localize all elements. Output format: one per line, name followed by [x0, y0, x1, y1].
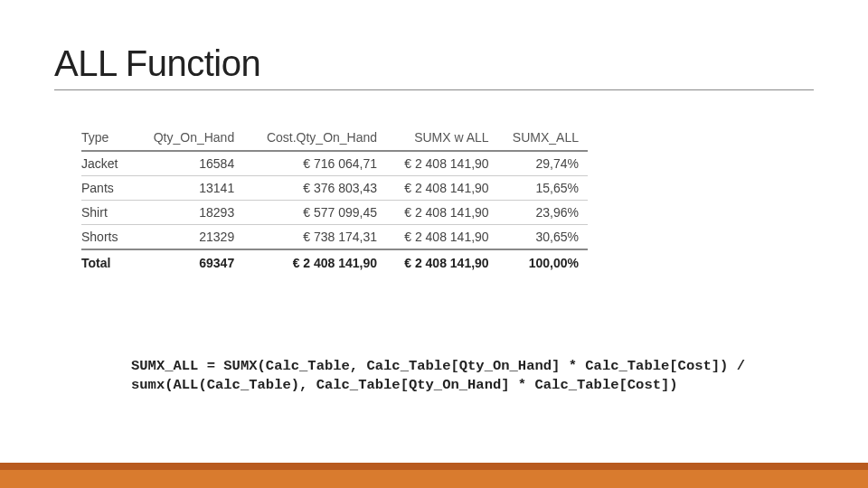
- col-cost-qty: Cost.Qty_On_Hand: [243, 125, 386, 151]
- cell-cost-qty: € 716 064,71: [243, 151, 386, 176]
- cell-sumx-w-all: € 2 408 141,90: [386, 151, 498, 176]
- table-total-row: Total 69347 € 2 408 141,90 € 2 408 141,9…: [81, 249, 588, 275]
- cell-qty: 13141: [136, 176, 243, 201]
- slide: ALL Function Type Qty_On_Hand Cost.Qty_O…: [0, 0, 868, 488]
- cell-type: Jacket: [81, 151, 136, 176]
- footer-accent-bar: [0, 463, 868, 470]
- col-qty: Qty_On_Hand: [136, 125, 243, 151]
- cell-cost-qty: € 2 408 141,90: [243, 249, 386, 275]
- table-header-row: Type Qty_On_Hand Cost.Qty_On_Hand SUMX w…: [81, 125, 588, 151]
- cell-qty: 18293: [136, 201, 243, 225]
- slide-title: ALL Function: [54, 43, 814, 90]
- table-row: Shirt 18293 € 577 099,45 € 2 408 141,90 …: [81, 201, 588, 225]
- cell-type: Total: [81, 249, 136, 275]
- cell-cost-qty: € 738 174,31: [243, 225, 386, 250]
- cell-cost-qty: € 376 803,43: [243, 176, 386, 201]
- cell-sumx-all: 23,96%: [498, 201, 588, 225]
- cell-sumx-w-all: € 2 408 141,90: [386, 176, 498, 201]
- code-line-2: sumx(ALL(Calc_Table), Calc_Table[Qty_On_…: [131, 377, 678, 393]
- cell-sumx-w-all: € 2 408 141,90: [386, 249, 498, 275]
- cell-sumx-all: 15,65%: [498, 176, 588, 201]
- table-row: Pants 13141 € 376 803,43 € 2 408 141,90 …: [81, 176, 588, 201]
- data-table-container: Type Qty_On_Hand Cost.Qty_On_Hand SUMX w…: [81, 125, 588, 275]
- cell-sumx-all: 100,00%: [498, 249, 588, 275]
- cell-cost-qty: € 577 099,45: [243, 201, 386, 225]
- cell-sumx-all: 30,65%: [498, 225, 588, 250]
- cell-sumx-w-all: € 2 408 141,90: [386, 201, 498, 225]
- code-line-1: SUMX_ALL = SUMX(Calc_Table, Calc_Table[Q…: [131, 358, 745, 374]
- cell-qty: 21329: [136, 225, 243, 250]
- cell-type: Shorts: [81, 225, 136, 250]
- cell-sumx-w-all: € 2 408 141,90: [386, 225, 498, 250]
- data-table: Type Qty_On_Hand Cost.Qty_On_Hand SUMX w…: [81, 125, 588, 275]
- col-sumx-w-all: SUMX w ALL: [386, 125, 498, 151]
- cell-sumx-all: 29,74%: [498, 151, 588, 176]
- cell-qty: 69347: [136, 249, 243, 275]
- cell-type: Pants: [81, 176, 136, 201]
- footer-main-bar: [0, 470, 868, 488]
- dax-formula: SUMX_ALL = SUMX(Calc_Table, Calc_Table[Q…: [131, 357, 745, 395]
- col-sumx-all: SUMX_ALL: [498, 125, 588, 151]
- slide-footer: [0, 463, 868, 488]
- cell-qty: 16584: [136, 151, 243, 176]
- cell-type: Shirt: [81, 201, 136, 225]
- table-row: Shorts 21329 € 738 174,31 € 2 408 141,90…: [81, 225, 588, 250]
- col-type: Type: [81, 125, 136, 151]
- table-row: Jacket 16584 € 716 064,71 € 2 408 141,90…: [81, 151, 588, 176]
